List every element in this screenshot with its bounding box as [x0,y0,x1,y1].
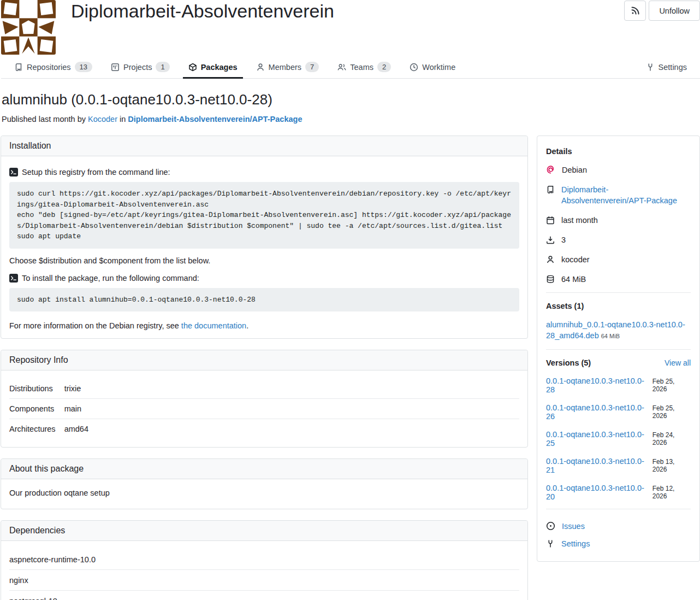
detail-item-size: 64 MiB [546,274,691,285]
tab-label: Worktime [422,63,455,72]
row-value: trixie [64,379,519,399]
version-date: Feb 24, 2026 [652,431,691,446]
more-info-line: For more information on the Debian regis… [9,321,519,330]
terminal-icon [9,168,18,177]
tab-packages[interactable]: Packages [183,57,243,79]
published-line: Published last month by Kocoder in Diplo… [2,115,700,123]
dependencies-panel-title: Dependencies [1,521,527,541]
calendar-icon [546,216,555,225]
tab-projects[interactable]: Projects 1 [105,57,175,79]
version-link[interactable]: 0.0.1-oqtane10.0.3-net10.0-28 [546,377,652,394]
tools-icon [646,63,655,72]
dependencies-panel: Dependencies aspnetcore-runtime-10.0 ngi… [1,520,528,600]
tab-label: Members [269,63,301,72]
package-page: alumnihub (0.0.1-oqtane10.0.3-net10.0-28… [0,79,700,600]
published-connector: in [120,115,126,123]
tab-label: Repositories [27,63,71,72]
tab-count-badge: 1 [156,62,169,72]
issues-link[interactable]: Issues [562,522,585,531]
tab-label: Packages [201,63,238,72]
debian-icon [546,166,555,175]
installation-panel: Installation Setup this registry from th… [1,136,528,339]
tab-worktime[interactable]: Worktime [404,57,461,79]
version-date: Feb 25, 2026 [652,404,691,420]
install-code-block[interactable]: sudo apt install alumnihub=0.0.1-oqtane1… [9,288,519,312]
tab-label: Settings [659,63,687,72]
settings-row: Settings [546,539,691,548]
version-date: Feb 12, 2026 [652,485,691,500]
install-command-label: To install the package, run the followin… [22,274,199,283]
published-date: last month [561,215,598,226]
clock-icon [410,63,418,72]
publisher-link[interactable]: Kocoder [88,115,117,123]
detail-item-publisher: kocoder [546,254,691,265]
tab-label: Projects [123,63,152,72]
table-row: Architectures amd64 [9,419,519,439]
detail-item-type: Debian [546,164,691,175]
linked-repo-link[interactable]: Diplomarbeit-Absolventenverein/APT-Packa… [561,184,691,206]
tab-count-badge: 7 [305,62,319,72]
setup-code-block[interactable]: sudo curl https://git.kocoder.xyz/api/pa… [9,182,519,249]
people-icon [337,63,346,72]
detail-item-repository: Diplomarbeit-Absolventenverein/APT-Packa… [546,184,691,206]
tab-settings[interactable]: Settings [640,57,692,79]
details-section: Details Debian Diplomarbeit-A [546,144,691,292]
unfollow-button[interactable]: Unfollow [649,1,700,21]
detail-item-downloads: 3 [546,234,691,245]
package-icon [188,63,197,72]
org-avatar[interactable] [1,0,56,55]
rss-button[interactable] [624,1,646,21]
published-repo-link[interactable]: Diplomarbeit-Absolventenverein/APT-Packa… [128,115,302,123]
tab-count-badge: 2 [377,62,391,72]
tools-icon [546,539,555,548]
asset-size: 64 MiB [601,333,620,339]
version-row: 0.0.1-oqtane10.0.3-net10.0-25 Feb 24, 20… [546,430,691,448]
database-icon [546,275,555,284]
version-link[interactable]: 0.0.1-oqtane10.0.3-net10.0-26 [546,403,652,421]
choose-note: Choose $distribution and $component from… [9,256,519,265]
repository-info-table: Distributions trixie Components main Arc… [9,379,519,439]
project-icon [111,63,120,72]
version-link[interactable]: 0.0.1-oqtane10.0.3-net10.0-21 [546,457,652,474]
tab-members[interactable]: Members 7 [251,57,325,79]
more-info-prefix: For more information on the Debian regis… [9,321,181,330]
detail-item-published-date: last month [546,215,691,226]
table-row: Components main [9,399,519,419]
tab-label: Teams [350,63,373,72]
version-row: 0.0.1-oqtane10.0.3-net10.0-21 Feb 13, 20… [546,457,691,474]
dependencies-table: aspnetcore-runtime-10.0 nginx postgresql… [9,549,519,600]
tab-repositories[interactable]: Repositories 13 [9,57,98,79]
person-icon [256,63,265,72]
documentation-link[interactable]: the documentation [181,321,246,330]
org-header: Diplomarbeit-Absolventenverein Unfollow … [0,0,700,79]
row-value: amd64 [64,419,519,439]
version-link[interactable]: 0.0.1-oqtane10.0.3-net10.0-25 [546,430,652,448]
repository-info-title: Repository Info [1,350,527,370]
row-label: Architectures [9,419,64,439]
package-settings-link[interactable]: Settings [561,539,590,548]
assets-section: Assets (1) alumnihub_0.0.1-oqtane10.0.3-… [546,292,691,349]
tab-count-badge: 13 [75,62,92,72]
tab-teams[interactable]: Teams 2 [332,57,396,79]
rss-icon [631,6,640,15]
repo-icon [14,63,23,72]
table-row: aspnetcore-runtime-10.0 [9,549,519,570]
dependency-name: postgresql-18 [9,591,519,600]
asset-row: alumnihub_0.0.1-oqtane10.0.3-net10.0-28_… [546,319,691,342]
table-row: Distributions trixie [9,379,519,399]
installation-panel-title: Installation [1,136,527,156]
view-all-link[interactable]: View all [665,358,691,367]
versions-section: Versions (5) View all 0.0.1-oqtane10.0.3… [546,349,691,509]
version-link[interactable]: 0.0.1-oqtane10.0.3-net10.0-20 [546,484,652,501]
repo-icon [546,185,555,194]
terminal-icon [9,274,18,283]
issues-row: Issues [546,521,691,531]
package-size: 64 MiB [561,274,586,285]
dependency-name: nginx [9,570,519,591]
setup-registry-label: Setup this registry from the command lin… [22,168,170,177]
version-row: 0.0.1-oqtane10.0.3-net10.0-28 Feb 25, 20… [546,377,691,394]
org-tabs: Repositories 13 Projects 1 Packages Memb… [1,57,700,79]
package-description: Our production oqtane setup [9,487,519,501]
more-info-suffix: . [246,321,248,330]
version-row: 0.0.1-oqtane10.0.3-net10.0-20 Feb 12, 20… [546,484,691,501]
